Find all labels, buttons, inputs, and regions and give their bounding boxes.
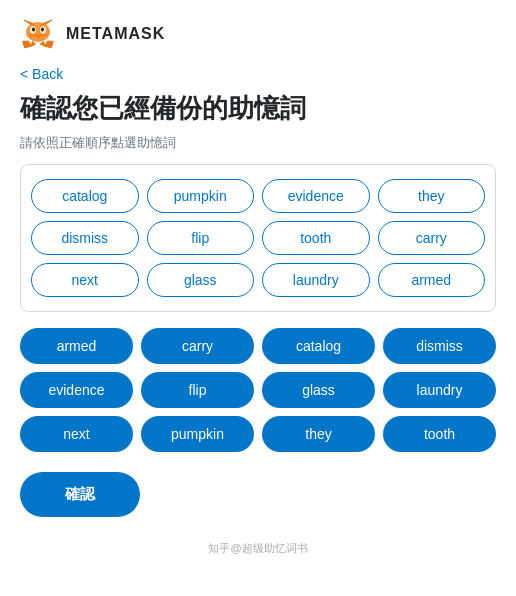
confirm-button[interactable]: 確認 xyxy=(20,472,140,517)
word-pool-chip[interactable]: armed xyxy=(378,263,486,297)
page-title: 確認您已經備份的助憶詞 xyxy=(0,82,516,134)
selected-word-chip[interactable]: armed xyxy=(20,328,133,364)
word-pool-chip[interactable]: evidence xyxy=(262,179,370,213)
selected-word-chip[interactable]: flip xyxy=(141,372,254,408)
svg-marker-2 xyxy=(44,41,53,48)
svg-marker-7 xyxy=(40,41,44,46)
header: METAMASK xyxy=(0,0,516,60)
selected-word-chip[interactable]: dismiss xyxy=(383,328,496,364)
svg-point-12 xyxy=(41,28,44,32)
word-pool-chip[interactable]: pumpkin xyxy=(147,179,255,213)
word-pool-chip[interactable]: next xyxy=(31,263,139,297)
svg-marker-3 xyxy=(23,41,32,48)
selected-word-chip[interactable]: glass xyxy=(262,372,375,408)
word-pool-chip[interactable]: tooth xyxy=(262,221,370,255)
svg-point-8 xyxy=(26,22,50,42)
app-logo-text: METAMASK xyxy=(66,25,165,43)
word-grid: catalogpumpkinevidencetheydismissfliptoo… xyxy=(31,179,485,297)
word-pool-chip[interactable]: dismiss xyxy=(31,221,139,255)
selected-word-chip[interactable]: pumpkin xyxy=(141,416,254,452)
selected-word-chip[interactable]: tooth xyxy=(383,416,496,452)
word-pool-chip[interactable]: laundry xyxy=(262,263,370,297)
word-pool-chip[interactable]: they xyxy=(378,179,486,213)
word-pool-chip[interactable]: flip xyxy=(147,221,255,255)
selected-word-chip[interactable]: evidence xyxy=(20,372,133,408)
word-pool-chip[interactable]: catalog xyxy=(31,179,139,213)
selected-word-chip[interactable]: next xyxy=(20,416,133,452)
svg-marker-6 xyxy=(32,41,36,46)
metamask-logo-icon xyxy=(20,16,56,52)
selected-word-chip[interactable]: laundry xyxy=(383,372,496,408)
word-pool-chip[interactable]: carry xyxy=(378,221,486,255)
back-label: < Back xyxy=(20,66,63,82)
selected-word-chip[interactable]: catalog xyxy=(262,328,375,364)
phone-frame: METAMASK < Back 確認您已經備份的助憶詞 請依照正確順序點選助憶詞… xyxy=(0,0,516,596)
word-pool: catalogpumpkinevidencetheydismissfliptoo… xyxy=(20,164,496,312)
selected-word-chip[interactable]: they xyxy=(262,416,375,452)
selected-words-area: armedcarrycatalogdismissevidenceflipglas… xyxy=(20,328,496,452)
selected-word-chip[interactable]: carry xyxy=(141,328,254,364)
watermark: 知乎@超级助忆词书 xyxy=(0,537,516,568)
page-subtitle: 請依照正確順序點選助憶詞 xyxy=(0,134,516,164)
word-pool-chip[interactable]: glass xyxy=(147,263,255,297)
back-button[interactable]: < Back xyxy=(0,60,516,82)
svg-point-11 xyxy=(32,28,35,32)
